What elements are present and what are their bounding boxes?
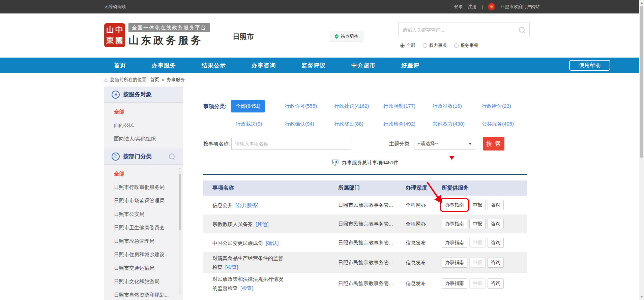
guide-button[interactable]: 办事指南 <box>442 219 467 229</box>
apply-button: 申报 <box>469 238 486 248</box>
top-utility-bar: 无障碍阅读 登录 注册 | ★ 日照市政府门户网站 <box>0 0 644 13</box>
category-tab-8[interactable]: 行政奖励(88) <box>330 118 379 130</box>
sidebar-scroll-thumb[interactable] <box>179 174 181 230</box>
category-tab-label: 行政检查(492) <box>379 118 420 130</box>
breadcrumb-home-link[interactable]: 首页 <box>150 77 159 83</box>
category-tab-label: 行政处罚(4162) <box>330 100 373 112</box>
department-item-9[interactable]: 日照市自然资源和规划... <box>104 288 183 300</box>
item-name-wrap: 中国公民变更民族成份[确认] <box>212 238 286 247</box>
item-name-link[interactable]: 信息公开 <box>212 202 233 208</box>
category-tabs: 全部(6451)行政许可(555)行政处罚(4162)行政强制(177)行政征收… <box>231 100 527 130</box>
site-logo[interactable]: 山 東 中 國 全国一体化在线政务服务平台 山东政务服务 <box>104 23 210 47</box>
department-item-3[interactable]: 日照市公安局 <box>104 207 183 221</box>
radio-label: 权力事项 <box>429 42 447 48</box>
department-item-7[interactable]: 日照市交通运输局 <box>104 261 183 275</box>
category-tab-4[interactable]: 行政征收(16) <box>428 100 477 112</box>
item-category-tag[interactable]: [检查] <box>240 285 253 291</box>
search-scope-radio-2[interactable]: 服务事项 <box>454 42 478 48</box>
item-name-cell: 中国公民变更民族成份[确认] <box>203 238 333 247</box>
department-item-8[interactable]: 日照市文化和旅游局 <box>104 275 183 288</box>
department-item-2[interactable]: 日照市市场监督管理局 <box>104 194 183 207</box>
item-category-tag[interactable]: [其他] <box>256 221 268 227</box>
category-tab-2[interactable]: 行政处罚(4162) <box>330 100 379 112</box>
help-button[interactable]: 使用帮助 <box>569 60 610 71</box>
nav-list: 首页办事服务结果公示办事咨询监督评议中介超市好差评 <box>104 58 540 73</box>
nav-item-3[interactable]: 办事咨询 <box>252 62 276 69</box>
service-target-item-2[interactable]: 面向法人/其他组织 <box>104 132 183 145</box>
login-link[interactable]: 登录 <box>454 4 463 10</box>
department-item-0[interactable]: 全部 <box>104 167 183 180</box>
scrollbar-down-icon[interactable]: ▼ <box>639 294 644 300</box>
breadcrumb: ⌂ 您当前所在的位置: 首页 > 办事服务 <box>104 73 540 86</box>
sidebar-scrollbar[interactable]: ▲ <box>178 167 181 295</box>
nav-item-2[interactable]: 结果公示 <box>202 62 226 69</box>
nav-item-4[interactable]: 监督评议 <box>301 62 326 69</box>
consult-button[interactable]: 咨询 <box>488 278 504 289</box>
search-scope-radio-0[interactable]: 全部 <box>400 42 415 48</box>
item-services: 办事指南申报咨询 <box>442 238 527 248</box>
guide-button[interactable]: 办事指南 <box>442 278 467 289</box>
apply-button[interactable]: 申报 <box>469 200 486 210</box>
consult-button[interactable]: 咨询 <box>488 200 504 210</box>
consult-button[interactable]: 咨询 <box>488 219 504 229</box>
nav-item-6[interactable]: 好差评 <box>401 62 419 69</box>
register-link[interactable]: 注册 <box>468 4 477 10</box>
service-target-item-1[interactable]: 面向公民 <box>104 119 183 132</box>
topic-category-label: 主题分类: <box>389 141 411 147</box>
accessibility-link[interactable]: 无障碍阅读 <box>104 4 126 10</box>
topic-select[interactable]: --请选择-- ▼ <box>414 138 475 150</box>
search-icon[interactable] <box>519 27 525 33</box>
category-tab-11[interactable]: 公共服务(405) <box>477 118 527 130</box>
category-tab-0[interactable]: 全部(6451) <box>231 100 281 112</box>
keyword-search-input[interactable] <box>399 23 519 37</box>
main-panel: 事项分类: 全部(6451)行政许可(555)行政处罚(4162)行政强制(17… <box>183 87 540 300</box>
category-tab-7[interactable]: 行政确认(94) <box>281 118 330 130</box>
category-tab-9[interactable]: 行政检查(492) <box>379 118 428 130</box>
breadcrumb-separator: > <box>162 77 164 82</box>
scrollbar-thumb[interactable] <box>640 6 643 158</box>
nav-item-0[interactable]: 首页 <box>114 62 126 69</box>
department-item-4[interactable]: 日照市卫生健康委员会 <box>104 221 183 234</box>
consult-button[interactable]: 咨询 <box>488 238 504 248</box>
item-name-link[interactable]: 中国公民变更民族成份 <box>212 240 263 246</box>
search-scope-radio-1[interactable]: 权力事项 <box>423 42 447 48</box>
item-name-link[interactable]: 对清真食品生产经营条件的监督检查 <box>212 255 283 270</box>
guide-button[interactable]: 办事指南 <box>442 200 467 210</box>
item-name-cell: 信息公开[公共服务] <box>203 201 333 210</box>
item-category-tag[interactable]: [公共服务] <box>235 202 258 208</box>
item-name-link[interactable]: 宗教教职人员备案 <box>212 221 253 227</box>
search-scope-radios: 全部权力事项服务事项 <box>400 42 478 48</box>
item-category-tag[interactable]: [确认] <box>266 240 279 246</box>
category-tab-1[interactable]: 行政许可(555) <box>281 100 330 112</box>
service-target-item-0[interactable]: 全部 <box>104 105 183 119</box>
department-item-1[interactable]: 日照市行政审批服务局 <box>104 180 183 194</box>
consult-button[interactable]: 咨询 <box>488 258 504 268</box>
sidebar: ≡ 按服务对象 全部面向公民面向法人/其他组织 按部门分类 全部日照市行政审批服… <box>104 87 183 300</box>
category-tab-label: 行政给付(23) <box>477 100 516 112</box>
category-tab-5[interactable]: 行政给付(23) <box>477 100 527 112</box>
scrollbar-up-icon[interactable]: ▲ <box>639 0 644 6</box>
guide-button[interactable]: 办事指南 <box>442 238 467 248</box>
item-name-input[interactable] <box>231 138 351 150</box>
seal-char: 山 <box>106 25 114 35</box>
breadcrumb-current[interactable]: 办事服务 <box>167 77 185 83</box>
department-item-5[interactable]: 日照市应急管理局 <box>104 234 183 248</box>
nav-item-1[interactable]: 办事服务 <box>152 62 176 69</box>
department-search-icon[interactable] <box>169 154 175 159</box>
department-item-6[interactable]: 日照市住房和城乡建设... <box>104 248 183 261</box>
main-nav: 首页办事服务结果公示办事咨询监督评议中介超市好差评 使用帮助 <box>0 58 644 73</box>
scroll-up-icon[interactable]: ▲ <box>179 167 181 170</box>
apply-button[interactable]: 申报 <box>469 219 486 229</box>
site-switch-button[interactable]: 站点切换 <box>330 31 363 42</box>
category-tab-10[interactable]: 其他权力(430) <box>428 118 477 130</box>
search-button[interactable]: 搜 索 <box>483 137 504 151</box>
page-scrollbar[interactable]: ▲ ▼ <box>639 0 644 300</box>
category-tab-3[interactable]: 行政强制(177) <box>379 100 428 112</box>
table-row-3: 对清真食品生产经营条件的监督检查[检查]日照市民族宗教事务管...信息发布办事指… <box>203 252 527 273</box>
nav-item-5[interactable]: 中介超市 <box>351 62 376 69</box>
guide-button[interactable]: 办事指南 <box>442 258 467 268</box>
item-category-tag[interactable]: [检查] <box>225 264 238 270</box>
table-row-1: 宗教教职人员备案[其他]日照市民族宗教事务管...全程网办办事指南申报咨询 <box>203 214 527 233</box>
category-tab-6[interactable]: 行政裁决(9) <box>231 118 281 130</box>
city-portal-link[interactable]: 日照市政府门户网站 <box>500 4 540 10</box>
